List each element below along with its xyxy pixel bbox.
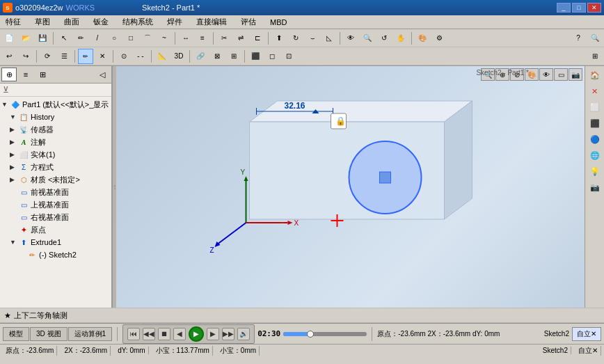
- tree-equations[interactable]: ▶ Σ 方程式: [0, 161, 111, 173]
- rt-home[interactable]: 🏠: [587, 68, 603, 83]
- tb-line[interactable]: /: [90, 31, 105, 46]
- tree-history[interactable]: ▼ 📋 History: [0, 111, 111, 123]
- minimize-btn[interactable]: _: [557, 3, 571, 13]
- tree-origin[interactable]: ▶ ✦ 原点: [0, 223, 111, 236]
- tb-offset[interactable]: ⊏: [250, 31, 265, 46]
- view-plane-icon[interactable]: ▭: [554, 68, 568, 81]
- tb-render[interactable]: 🎨: [415, 31, 430, 46]
- tb2-exit-sketch[interactable]: ✕: [95, 49, 110, 64]
- rt-view1[interactable]: ⬛: [587, 116, 603, 131]
- tb-circle[interactable]: ○: [106, 31, 122, 46]
- menu-mbd[interactable]: MBD: [266, 17, 291, 28]
- view-camera-icon[interactable]: 📷: [569, 68, 582, 81]
- tab-3dview[interactable]: 3D 视图: [30, 327, 67, 341]
- volume-btn[interactable]: 🔊: [237, 328, 250, 340]
- skip-back-btn[interactable]: ⏮: [127, 328, 140, 340]
- tb2-display[interactable]: ⊠: [209, 49, 225, 64]
- tree-solid[interactable]: ▶ ⬜ 实体(1): [0, 148, 111, 161]
- rt-display[interactable]: 🔵: [587, 132, 603, 147]
- tb-trim[interactable]: ✂: [216, 31, 232, 46]
- tb-open[interactable]: 📂: [18, 31, 33, 46]
- tab-model[interactable]: 模型: [3, 327, 29, 341]
- menu-structural[interactable]: 结构系统: [118, 15, 157, 29]
- tb2-add-relation[interactable]: 🔗: [193, 49, 208, 64]
- tb-view[interactable]: 👁: [343, 31, 358, 46]
- status-coords: 原点：-23.6mm 2X：-23.6mm dY: 0mm: [377, 329, 541, 339]
- tb-mirror[interactable]: ⇌: [233, 31, 248, 46]
- tree-extrude1[interactable]: ▼ ⬆ Extrude1: [0, 236, 111, 248]
- tb2-redo[interactable]: ↪: [18, 49, 33, 64]
- tb2-wireframe[interactable]: ◻: [264, 49, 280, 64]
- fast-fwd-btn[interactable]: ▶▶: [222, 328, 235, 340]
- tb2-ref-geom[interactable]: ⊙: [116, 49, 132, 64]
- tb2-construction[interactable]: - -: [133, 49, 148, 64]
- tb-rotate[interactable]: ↺: [376, 31, 392, 46]
- tree-front-plane[interactable]: ▶ ▭ 前视基准面: [0, 186, 111, 198]
- tb2-shaded[interactable]: ⬛: [248, 49, 263, 64]
- frame-back-btn[interactable]: ◀: [173, 328, 186, 340]
- tree-material[interactable]: ▶ ⬡ 材质 <未指定>: [0, 173, 111, 186]
- tb2-3d-sketch[interactable]: 3D: [171, 49, 186, 64]
- tb-pan[interactable]: ✋: [393, 31, 408, 46]
- tb-extrude[interactable]: ⬆: [271, 31, 287, 46]
- tb-fillet[interactable]: ⌣: [305, 31, 320, 46]
- rt-globe[interactable]: 🌐: [587, 148, 603, 163]
- tb-revolve[interactable]: ↻: [288, 31, 303, 46]
- menu-surface[interactable]: 曲面: [60, 15, 84, 29]
- tab-motion[interactable]: 运动算例1: [68, 327, 113, 341]
- tree-sketch2[interactable]: ▶ ✏ (-) Sketch2: [0, 248, 111, 261]
- sensors-label: 传感器: [31, 125, 54, 135]
- tree-annotations[interactable]: ▶ A 注解: [0, 136, 111, 148]
- rt-scene[interactable]: 📷: [587, 180, 603, 195]
- propertyman-icon[interactable]: ≡: [18, 68, 33, 81]
- filter-icon[interactable]: ⊻: [3, 85, 9, 95]
- tb2-snap[interactable]: ⊞: [226, 49, 241, 64]
- rt-settings[interactable]: ⬜: [587, 100, 603, 115]
- tb2-sketch-mode[interactable]: ✏: [78, 49, 93, 64]
- featuremanager-icon[interactable]: ⊕: [1, 68, 17, 81]
- view-hide-icon[interactable]: 👁: [539, 68, 553, 81]
- tb-arc[interactable]: ⌒: [140, 31, 155, 46]
- rt-light[interactable]: 💡: [587, 164, 603, 179]
- fast-rewind-btn[interactable]: ◀◀: [143, 328, 155, 340]
- tb2-rebuild[interactable]: ⟳: [40, 49, 55, 64]
- menu-sheetmetal[interactable]: 钣金: [89, 15, 113, 29]
- tb-save[interactable]: 💾: [35, 31, 50, 46]
- tb2-expand[interactable]: ⊞: [587, 49, 603, 64]
- 3d-viewport[interactable]: 32.16 🔒 X Y Z 🔍: [116, 66, 585, 308]
- frame-fwd-btn[interactable]: ▶: [207, 328, 219, 340]
- tb-settings[interactable]: ⚙: [431, 31, 447, 46]
- menu-evaluate[interactable]: 评估: [237, 15, 260, 29]
- tb-chamfer[interactable]: ◺: [321, 31, 337, 46]
- tb-select[interactable]: ↖: [56, 31, 72, 46]
- tb-help[interactable]: ?: [571, 31, 586, 46]
- play-btn[interactable]: ▶: [189, 326, 204, 342]
- close-btn[interactable]: ✕: [587, 3, 601, 13]
- menu-weld[interactable]: 焊件: [163, 15, 186, 29]
- tb-rect[interactable]: □: [123, 31, 138, 46]
- tree-right-plane[interactable]: ▶ ▭ 右视基准面: [0, 211, 111, 223]
- restore-btn[interactable]: □: [572, 3, 586, 13]
- configman-icon[interactable]: ⊞: [35, 68, 50, 81]
- tb-zoom[interactable]: 🔍: [360, 31, 375, 46]
- panel-collapse[interactable]: ◁: [95, 68, 110, 81]
- menu-features[interactable]: 特征: [1, 15, 25, 29]
- tb-dimension[interactable]: ↔: [178, 31, 193, 46]
- tb-search[interactable]: 🔍: [587, 31, 603, 46]
- tb2-undo[interactable]: ↩: [1, 49, 17, 64]
- progress-slider[interactable]: [283, 332, 367, 336]
- stop-btn[interactable]: ⏹: [158, 328, 170, 340]
- tb-sketch-tool[interactable]: ✏: [73, 31, 88, 46]
- menu-direct-edit[interactable]: 直接编辑: [192, 15, 231, 29]
- tb2-options[interactable]: ☰: [56, 49, 72, 64]
- tree-top-plane[interactable]: ▶ ▭ 上视基准面: [0, 198, 111, 211]
- rt-zoom-fit[interactable]: ✕: [587, 84, 603, 99]
- tb2-hidden[interactable]: ⊡: [281, 49, 296, 64]
- tree-sensors[interactable]: ▶ 📡 传感器: [0, 123, 111, 136]
- tb-spline[interactable]: ~: [157, 31, 172, 46]
- menu-sketch[interactable]: 草图: [31, 15, 54, 29]
- tb2-view-sketch[interactable]: 📐: [154, 49, 170, 64]
- tree-root[interactable]: ▼ 🔷 Part1 (默认<<默认>_显示: [0, 98, 111, 111]
- tb-new[interactable]: 📄: [1, 31, 17, 46]
- tb-relation[interactable]: ≡: [195, 31, 210, 46]
